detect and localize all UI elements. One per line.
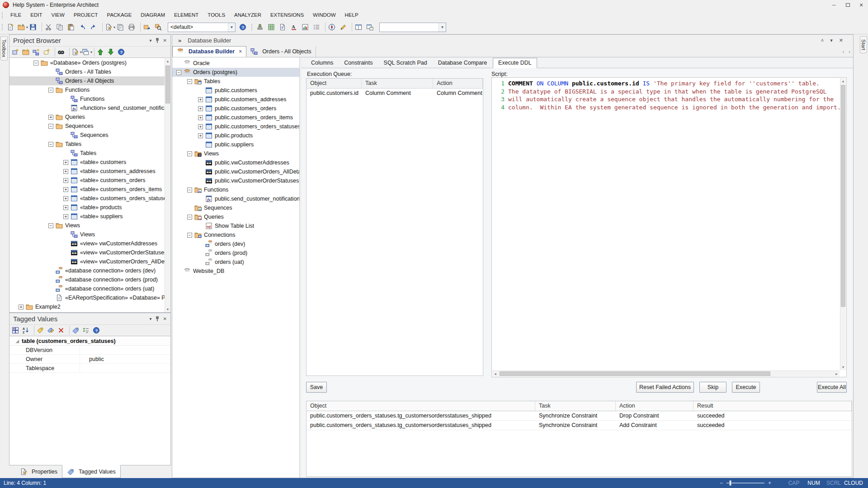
menu-tools[interactable]: TOOLS: [203, 10, 230, 20]
collapse-icon[interactable]: −: [33, 61, 38, 66]
expand-icon[interactable]: +: [63, 187, 68, 192]
tree-item[interactable]: +«table» customers_orders_statuses: [9, 194, 170, 203]
find-in-project-button[interactable]: [154, 22, 165, 33]
tree-item[interactable]: +public.products: [172, 131, 299, 140]
scrollbar-thumb[interactable]: [165, 66, 170, 103]
panel-menu-icon[interactable]: ▾: [830, 38, 833, 43]
find-in-browser-button[interactable]: [57, 47, 67, 57]
expand-icon[interactable]: +: [63, 169, 68, 174]
new-tag-button[interactable]: [36, 325, 47, 335]
queue-column-header[interactable]: Action: [433, 79, 483, 88]
scroll-down-icon[interactable]: ▼: [165, 306, 170, 312]
tree-item[interactable]: −sqlQueries: [172, 212, 299, 221]
list-view-button[interactable]: [312, 22, 323, 33]
new-diagram-button[interactable]: [32, 47, 42, 57]
pin-icon[interactable]: [156, 316, 160, 321]
expand-icon[interactable]: +: [198, 106, 203, 111]
search-combobox[interactable]: ▼: [379, 23, 446, 32]
checklist-button[interactable]: [82, 325, 92, 335]
execute-all-button[interactable]: Execute All: [817, 382, 847, 393]
script-vertical-scrollbar[interactable]: ▲ ▼: [840, 78, 846, 370]
tree-item[interactable]: −fxFunctions: [172, 185, 299, 194]
menu-view[interactable]: VIEW: [47, 10, 69, 20]
tree-item[interactable]: «EAReportSpecification» «Database» Postg…: [9, 293, 170, 302]
delete-tag-button[interactable]: [57, 325, 67, 335]
scroll-up-icon[interactable]: ▲: [165, 58, 170, 64]
tree-item[interactable]: −«Database» Orders (postgres): [9, 58, 170, 67]
tree-item[interactable]: public.vwCustomerAddresses: [172, 158, 299, 167]
tagged-values-group-row[interactable]: ◢ table (customers_orders_statuses): [9, 337, 170, 346]
dropdown-arrow-icon[interactable]: ▾: [26, 25, 28, 29]
tagged-value-row[interactable]: Ownerpublic: [9, 355, 170, 364]
panel-menu-icon[interactable]: ▾: [150, 316, 152, 321]
script-editor[interactable]: 1COMMENT ON COLUMN public.customers.id I…: [491, 77, 847, 377]
new-document-button[interactable]: [6, 22, 17, 33]
dropdown-arrow-icon[interactable]: ▾: [113, 25, 115, 29]
start-side-tab[interactable]: Start: [860, 36, 867, 53]
menu-analyzer[interactable]: ANALYZER: [230, 10, 266, 20]
tree-item[interactable]: Sequences: [9, 131, 170, 140]
categorized-button[interactable]: [11, 325, 22, 335]
new-model-button[interactable]: [11, 47, 22, 57]
queue-row[interactable]: public.customers.idColumn CommentColumn …: [307, 89, 483, 98]
tree-item[interactable]: public.customers: [172, 86, 299, 95]
collapse-icon[interactable]: −: [187, 233, 192, 238]
minimize-button[interactable]: ─: [827, 0, 841, 10]
tree-item[interactable]: +«table» suppliers: [9, 212, 170, 221]
package-navigate-button[interactable]: [142, 22, 154, 33]
tree-item[interactable]: +public.customers_addresses: [172, 95, 299, 104]
queue-column-header[interactable]: Task: [362, 79, 433, 88]
tree-item[interactable]: «view» vwCustomerOrders_AllDetails: [9, 257, 170, 266]
toolbar-drag-handle[interactable]: [251, 24, 254, 30]
results-column-header[interactable]: Object: [307, 401, 535, 411]
help-button[interactable]: ?: [117, 47, 127, 57]
help-button[interactable]: ?: [238, 22, 250, 33]
collapse-icon[interactable]: −: [48, 124, 53, 129]
tab-columns[interactable]: Columns: [306, 58, 338, 68]
tree-item[interactable]: −Tables: [9, 140, 170, 149]
tree-item[interactable]: +public.customers_orders_items: [172, 113, 299, 122]
tree-item[interactable]: .5 4v8.2c0 1.2 2.5 2 5.5 2s5.5-.8 5.5-2V…: [172, 249, 299, 258]
tab-scroll-left-icon[interactable]: ‹: [843, 49, 844, 54]
tree-item[interactable]: 21Sequences: [172, 203, 299, 212]
panel-expand-icon[interactable]: ˄: [821, 38, 824, 43]
tree-item[interactable]: +Queries: [9, 113, 170, 122]
edit-document-button[interactable]: ▾: [104, 22, 116, 33]
tree-item[interactable]: .5 4v8.2c0 1.2 2.5 2 5.5 2s5.5-.8 5.5-2V…: [9, 275, 170, 284]
results-column-header[interactable]: Result: [693, 401, 852, 411]
tree-item[interactable]: .5 4v8.2c0 1.2 2.5 2 5.5 2s5.5-.8 5.5-2V…: [172, 258, 299, 267]
menu-window[interactable]: WINDOW: [308, 10, 340, 20]
menu-help[interactable]: HELP: [340, 10, 363, 20]
tree-item[interactable]: −Connections: [172, 230, 299, 239]
save-button[interactable]: [28, 22, 40, 33]
tree-item[interactable]: Orders - All Objects: [9, 76, 170, 85]
tree-item[interactable]: +«table» customers_addresses: [9, 167, 170, 176]
text-style-button[interactable]: A: [289, 22, 301, 33]
expand-icon[interactable]: +: [48, 115, 53, 120]
collapse-icon[interactable]: −: [187, 79, 192, 84]
tree-item[interactable]: +public.customers_orders: [172, 104, 299, 113]
split-view-button[interactable]: [354, 22, 365, 33]
diagram-style-combobox[interactable]: <default>▼: [168, 23, 236, 32]
panel-menu-icon[interactable]: ▾: [150, 38, 152, 43]
tree-item[interactable]: +«table» products: [9, 203, 170, 212]
tree-item[interactable]: Functions: [9, 94, 170, 103]
collapse-icon[interactable]: −: [187, 215, 192, 220]
expand-icon[interactable]: +: [198, 97, 203, 102]
collapse-icon[interactable]: −: [48, 88, 53, 93]
duplicate-button[interactable]: [116, 22, 127, 33]
tree-item[interactable]: −Views: [9, 221, 170, 230]
scroll-left-icon[interactable]: ◄: [492, 371, 498, 376]
tree-item[interactable]: +«table» customers_orders: [9, 176, 170, 185]
document-edit-button[interactable]: ▾: [71, 47, 82, 57]
results-column-header[interactable]: Action: [616, 401, 693, 411]
menu-package[interactable]: PACKAGE: [103, 10, 137, 20]
scroll-up-icon[interactable]: ▲: [840, 78, 846, 84]
restore-button[interactable]: [841, 0, 854, 10]
save-button[interactable]: Save: [306, 382, 327, 393]
tagged-value-row[interactable]: DBVersion: [9, 346, 170, 355]
tree-item[interactable]: −.5 4v8.2c0 1.2 2.5 2 5.5 2s5.5-.8 5.5-2…: [172, 68, 299, 77]
expand-icon[interactable]: +: [63, 178, 68, 183]
new-window-button[interactable]: [365, 22, 377, 33]
expand-chevrons-icon[interactable]: »: [178, 37, 181, 44]
